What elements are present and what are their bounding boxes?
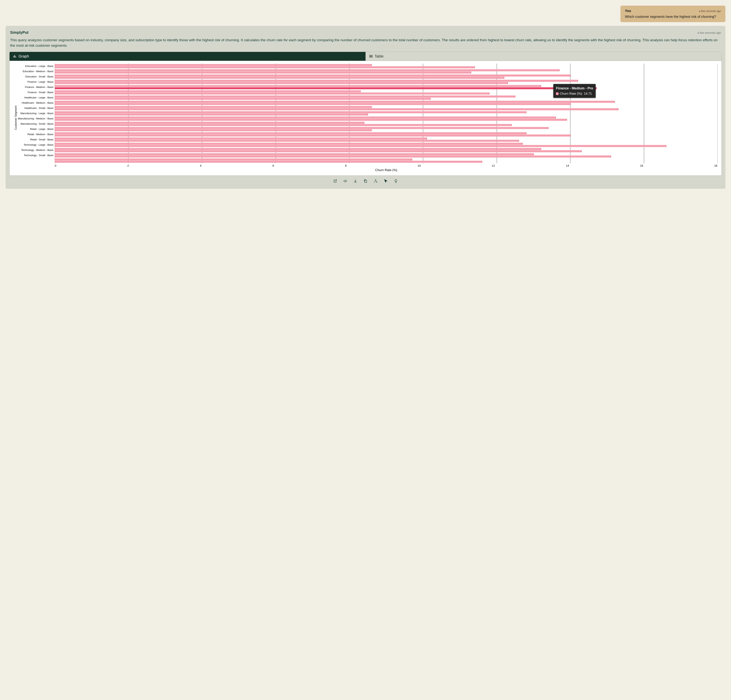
viz-tabs: Graph Table xyxy=(10,52,721,61)
x-axis-tick-label: 10 xyxy=(418,164,421,167)
assistant-timestamp: a few seconds ago xyxy=(697,31,721,34)
download-icon[interactable] xyxy=(353,179,357,184)
y-axis-tick-label: Manufacturing - Medium - Basic xyxy=(17,116,54,121)
y-axis-tick-label: Education - Medium - Basic xyxy=(17,69,54,74)
svg-rect-45 xyxy=(55,156,611,157)
tab-graph-label: Graph xyxy=(19,54,29,59)
y-axis-tick-label: Manufacturing - Large - Basic xyxy=(17,111,54,116)
svg-rect-19 xyxy=(55,87,597,89)
svg-rect-28 xyxy=(55,112,526,113)
svg-rect-41 xyxy=(55,145,666,147)
x-axis-tick-label: 4 xyxy=(200,164,201,167)
svg-rect-27 xyxy=(55,108,618,110)
chart-plot[interactable] xyxy=(55,63,718,163)
y-axis-tick-label: Healthcare - Small - Basic xyxy=(17,106,54,111)
y-axis-tick-label: Healthcare - Large - Basic xyxy=(17,95,54,100)
copy-icon[interactable] xyxy=(363,179,368,184)
y-axis-tick-label: Finance - Small - Basic xyxy=(17,90,54,95)
y-axis-tick-label: Technology - Small - Basic xyxy=(17,153,54,158)
user-timestamp: a few seconds ago xyxy=(699,10,721,13)
visualization-card: Graph Table Customer Segment Education -… xyxy=(9,52,722,176)
svg-rect-33 xyxy=(55,124,511,126)
y-axis-tick-label: Retail - Small - Basic xyxy=(17,137,54,142)
tab-graph[interactable]: Graph xyxy=(10,52,366,61)
y-axis-title: Customer Segment xyxy=(13,63,17,172)
svg-point-48 xyxy=(375,179,376,181)
idea-icon[interactable] xyxy=(394,179,398,184)
tooltip-swatch xyxy=(556,92,559,95)
y-axis-tick-label: Healthcare - Medium - Basic xyxy=(17,100,54,106)
svg-rect-30 xyxy=(55,117,556,119)
code-icon[interactable] xyxy=(343,179,347,184)
y-axis-tick-label: Retail - Large - Basic xyxy=(17,126,54,132)
y-axis-tick-label xyxy=(17,158,54,163)
user-author: You xyxy=(625,9,631,13)
x-axis-tick-label: 14 xyxy=(566,164,569,167)
x-axis-tick-label: 2 xyxy=(127,164,129,167)
svg-rect-12 xyxy=(55,69,559,71)
x-axis-tick-label: 8 xyxy=(345,164,346,167)
svg-rect-16 xyxy=(55,80,578,82)
svg-rect-35 xyxy=(55,129,371,131)
assistant-message: SimplyPut a few seconds ago This query a… xyxy=(6,26,725,189)
svg-rect-39 xyxy=(55,140,519,142)
x-axis-tick-label: 6 xyxy=(273,164,274,167)
svg-rect-26 xyxy=(55,106,371,108)
svg-rect-42 xyxy=(55,148,541,150)
svg-rect-20 xyxy=(55,90,360,92)
chart-area[interactable]: Customer Segment Education - Large - Bas… xyxy=(10,61,721,175)
svg-rect-47 xyxy=(55,161,482,163)
svg-rect-21 xyxy=(55,92,489,94)
svg-rect-43 xyxy=(55,150,581,152)
svg-rect-14 xyxy=(55,75,570,76)
svg-rect-29 xyxy=(55,114,368,116)
y-axis-tick-label: Education - Large - Basic xyxy=(17,63,54,69)
svg-rect-38 xyxy=(55,138,427,139)
svg-rect-34 xyxy=(55,127,548,129)
svg-rect-32 xyxy=(55,122,364,124)
cursor-icon[interactable] xyxy=(384,179,388,184)
assistant-author: SimplyPut xyxy=(10,30,28,35)
svg-rect-40 xyxy=(55,143,523,145)
user-message: You a few seconds ago Which customer seg… xyxy=(620,6,725,22)
tab-table-label: Table xyxy=(375,54,384,59)
message-toolbar xyxy=(9,176,722,187)
svg-rect-23 xyxy=(55,98,430,100)
x-axis-title: Churn Rate (%) xyxy=(55,168,718,172)
x-axis-tick-label: 18 xyxy=(714,164,717,167)
y-axis-tick-label: Retail - Medium - Basic xyxy=(17,132,54,137)
table-icon xyxy=(369,54,373,58)
x-axis-ticks: 024681012141618 xyxy=(55,164,718,167)
y-axis-tick-label: Finance - Medium - Basic xyxy=(17,85,54,90)
svg-rect-24 xyxy=(55,101,615,103)
x-axis-tick-label: 12 xyxy=(492,164,495,167)
user-text: Which customer segments have the highest… xyxy=(625,15,721,19)
y-axis-tick-label: Manufacturing - Small - Basic xyxy=(17,121,54,126)
svg-rect-46 xyxy=(55,158,412,160)
open-external-icon[interactable] xyxy=(333,179,337,184)
svg-rect-10 xyxy=(55,64,371,66)
y-axis-tick-label: Education - Small - Basic xyxy=(17,74,54,79)
chart-tooltip: Finance - Medium - Pro Churn Rate (%): 1… xyxy=(553,84,596,98)
y-axis-tick-label: Technology - Medium - Basic xyxy=(17,148,54,153)
svg-rect-37 xyxy=(55,135,570,136)
user-settings-icon[interactable] xyxy=(374,179,378,184)
tooltip-metric-label: Churn Rate (%): xyxy=(560,91,583,96)
svg-rect-13 xyxy=(55,72,471,73)
svg-rect-31 xyxy=(55,119,567,121)
svg-rect-25 xyxy=(55,103,570,105)
tab-table[interactable]: Table xyxy=(366,52,722,61)
svg-rect-44 xyxy=(55,153,534,155)
assistant-text: This query analyzes customer segments ba… xyxy=(9,36,722,52)
y-axis-labels: Education - Large - BasicEducation - Med… xyxy=(17,63,55,163)
y-axis-tick-label: Finance - Large - Basic xyxy=(17,79,54,85)
svg-rect-17 xyxy=(55,82,508,84)
x-axis-tick-label: 16 xyxy=(640,164,643,167)
svg-rect-11 xyxy=(55,66,474,68)
svg-rect-22 xyxy=(55,95,515,97)
x-axis-tick-label: 0 xyxy=(55,164,56,167)
tooltip-value: 14.71 xyxy=(584,91,592,96)
svg-rect-15 xyxy=(55,77,504,79)
y-axis-tick-label: Technology - Large - Basic xyxy=(17,142,54,148)
svg-rect-36 xyxy=(55,132,526,134)
